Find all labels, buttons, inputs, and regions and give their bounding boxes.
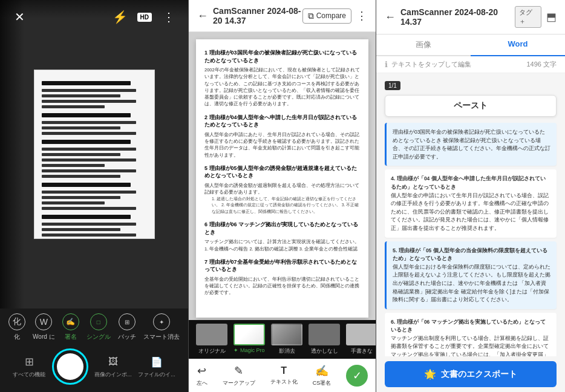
right-tabs: 画像 Word [376, 34, 565, 56]
doc-body-5: 全基年金の受給開始において、年利告示額が適切に記録されていることを確認してくださ… [204, 276, 360, 296]
all-features-button[interactable]: ⊞ すべての機能 [13, 354, 45, 379]
section-6-number: 6. [391, 319, 396, 325]
text-section-highlighted[interactable]: 理由様が03国民年金の被保険者記録が死亡扱いになっているためとなっているとき 被… [385, 123, 557, 166]
filter-shadow-thumb [271, 324, 302, 345]
confirm-button[interactable]: ✓ [346, 365, 368, 387]
text-section-4[interactable]: 4. 理由様が「04 個人型年金へ申請した生年月日が誤記されているため」となって… [385, 169, 557, 237]
text-section-5[interactable]: 5. 理由様が「05 個人型年金の当金保険料の限度額を超えているため」となってい… [385, 241, 557, 309]
top-bar-right-icons: ⚡ HD ⋮ [111, 7, 178, 27]
right-header-right: タグ＋ ⬒ [515, 6, 557, 28]
auto-action-button[interactable]: 化 化 [8, 313, 25, 341]
word-action-button[interactable]: W Word に [33, 313, 55, 341]
doc-heading-4: 6 理由様が06 マッチング拠出が実現しているためとなっているとき [204, 221, 360, 236]
filter-watermark-label: 透かしなし [311, 347, 338, 355]
compare-button[interactable]: ⧉ Compare [302, 8, 351, 24]
doc-section-1: 1 理由様が03国民年金の被保険者記録が死亡扱いになっているためとなっているとき… [204, 49, 360, 108]
sign-icon: ✍ [315, 364, 328, 377]
filter-original[interactable]: オリジナル [194, 324, 230, 355]
right-header: ← CamScanner 2024-08-20 14.37 タグ＋ ⬒ [376, 0, 565, 34]
page-indicator: 1/1 [385, 81, 400, 90]
char-count: 1496 文字 [526, 60, 557, 69]
hd-badge: HD [137, 13, 152, 22]
scanned-image-area [0, 0, 188, 309]
right-header-left: ← CamScanner 2024-08-20 14.37 [385, 7, 515, 27]
right-content[interactable]: 1/1 ペースト 理由様が03国民年金の被保険者記録が死亡扱いになっているためと… [376, 73, 565, 356]
right-title: CamScanner 2024-08-20 14.37 [400, 7, 515, 27]
doc-section-5: 7 理由様が07全基年金受給が年利告示額示されているためとなっているとき 全基年… [204, 258, 360, 296]
more-button[interactable]: ⋮ [159, 7, 178, 27]
filter-original-thumb [196, 324, 227, 345]
capture-row: ⊞ すべての機能 🖼 画像のインポ... 📄 ファイルのイ... [0, 346, 188, 390]
mid-doc-page: 1 理由様が03国民年金の被保険者記録が死亡扱いになっているためとなっているとき… [196, 39, 368, 318]
left-panel: ✕ ⚡ HD ⋮ [0, 0, 188, 392]
doc-section-4: 6 理由様が06 マッチング拠出が実現しているためとなっているとき マッチング拠… [204, 221, 360, 252]
filter-magic-label: ✦ Magic Pro [234, 347, 264, 353]
undo-icon: ↩ [197, 364, 206, 377]
text-convert-button[interactable]: T テキスト化 [270, 365, 298, 386]
close-button[interactable]: ✕ [10, 7, 29, 27]
right-back-button[interactable]: ← [385, 11, 396, 24]
save-button[interactable]: ⬒ [546, 10, 557, 24]
doc-body-1: 2002年の年金被保険者記録において、現在も被保険者として記録されています。法律… [204, 67, 360, 108]
tab-image[interactable]: 画像 [376, 34, 471, 55]
export-label: 文書のエクスポート [441, 369, 517, 380]
cs-sign-button[interactable]: ✍ CS署名 [313, 364, 331, 387]
section-6-body: マッチング拠出制度を利用している場合、計算根拠を記録し、証拠書類を保管することが… [391, 335, 550, 356]
filter-handwrite-thumb [346, 324, 376, 345]
section-4-number: 4. [391, 175, 396, 181]
batch-action-button[interactable]: ⊞ バッチ [118, 313, 136, 341]
capture-inner [57, 353, 83, 380]
filter-watermark[interactable]: 透かしなし [306, 324, 342, 355]
filter-shadow-label: 影消去 [279, 347, 295, 355]
filter-magic-pro[interactable]: ✦ Magic Pro [231, 324, 267, 355]
import-file-button[interactable]: 📄 ファイルのイ... [138, 354, 175, 379]
mid-more-button[interactable]: ⋮ [356, 9, 367, 22]
tab-word[interactable]: Word [471, 34, 565, 55]
section-4-body: 個人型年金の申請において生年月日が誤記されている場合、誤記の修正手続きを行う必要… [391, 192, 550, 233]
mid-action-bar: ↩ 左へ ✎ マークアップ T テキスト化 ✍ CS署名 ✓ [189, 359, 376, 392]
filter-shadow[interactable]: 影消去 [269, 324, 305, 355]
doc-section-2: 2 理由様が04個人型年金へ申請した生年月日が誤記されているためとなっているとき… [204, 114, 360, 158]
text-section-6[interactable]: 6. 理由様が「06 マッチング拠出を実施しているため」となっているとき マッチ… [385, 313, 557, 356]
filter-original-label: オリジナル [198, 347, 226, 355]
mid-title: CamScanner 2024-08-20 14.37 [213, 6, 302, 25]
doc-body-3: 個人型年金の誘発金額が超過制限を超える場合、その処理方法について記録する必要があ… [204, 182, 360, 196]
single-action-button[interactable]: □ シングル [87, 313, 111, 341]
middle-panel: ← CamScanner 2024-08-20 14.37 ⧉ Compare … [188, 0, 376, 392]
doc-heading-3: 5 理由様が05個人型年金の誘発金額が超過規違を超えているためとなっているとき [204, 165, 360, 180]
mid-doc-area[interactable]: 1 理由様が03国民年金の被保険者記録が死亡扱いになっているためとなっているとき… [189, 32, 376, 320]
smart-erase-button[interactable]: ✦ スマート消去 [143, 313, 180, 341]
markup-button[interactable]: ✎ マークアップ [223, 364, 255, 387]
paste-banner[interactable]: ペースト [385, 95, 557, 117]
info-icon: ℹ [385, 60, 388, 69]
section-5-body: 個人型年金における年金保険料の限度額については、定められた上限額を超えないよう注… [393, 263, 550, 304]
tag-plus-button[interactable]: タグ＋ [515, 6, 541, 28]
mid-back-button[interactable]: ← [197, 10, 208, 22]
right-panel: ← CamScanner 2024-08-20 14.37 タグ＋ ⬒ 画像 W… [376, 0, 565, 392]
signature-action-button[interactable]: ✍ 署名 [62, 313, 79, 341]
doc-sub-3: 1. 超過した場合の対処として、年金記録の確認と適切な修正を行ってください。 2… [212, 196, 360, 215]
export-button[interactable]: 🌟 文書のエクスポート [385, 361, 557, 387]
doc-body-2: 個人型年金の申請にあたり、生年月日が誤記されている場合、その誤記を修正するために… [204, 131, 360, 158]
edit-hint-text: テキストをタップして編集 [391, 60, 471, 69]
filter-watermark-thumb [309, 324, 340, 345]
import-image-button[interactable]: 🖼 画像のインポ... [94, 354, 132, 379]
section-4-heading: 理由様が「04 個人型年金へ申請した生年月日が誤記されているため」となっていると… [391, 175, 546, 190]
filter-magic-thumb [234, 324, 265, 345]
flash-button[interactable]: ⚡ [111, 7, 130, 27]
undo-button[interactable]: ↩ 左へ [197, 364, 207, 387]
mid-header-left: ← CamScanner 2024-08-20 14.37 [197, 6, 302, 25]
text-icon: T [281, 365, 287, 376]
capture-button[interactable] [52, 348, 88, 385]
document-scan-preview [34, 70, 155, 239]
doc-heading-1: 1 理由様が03国民年金の被保険者記録が死亡扱いになっているためとなっているとき [204, 49, 360, 64]
doc-heading-5: 7 理由様が07全基年金受給が年利告示額示されているためとなっているとき [204, 258, 360, 273]
section-5-heading: 理由様が「05 個人型年金の当金保険料の限度額を超えているため」となっているとき [393, 247, 547, 262]
bottom-toolbar: 化 化 W Word に ✍ 署名 □ シングル ⊞ バッチ ✦ スマート消去 [0, 309, 188, 392]
section-5-number: 5. [393, 247, 397, 253]
filter-handwrite[interactable]: 手書きな [344, 324, 376, 355]
middle-header: ← CamScanner 2024-08-20 14.37 ⧉ Compare … [189, 0, 376, 32]
filter-bar: オリジナル ✦ Magic Pro 影消去 透かしなし 手書きな [189, 320, 376, 359]
doc-body-4: マッチング拠出については、計算方法と実現状況を確認してください。 1. 年金機構… [204, 238, 360, 252]
export-icon: 🌟 [424, 368, 436, 380]
